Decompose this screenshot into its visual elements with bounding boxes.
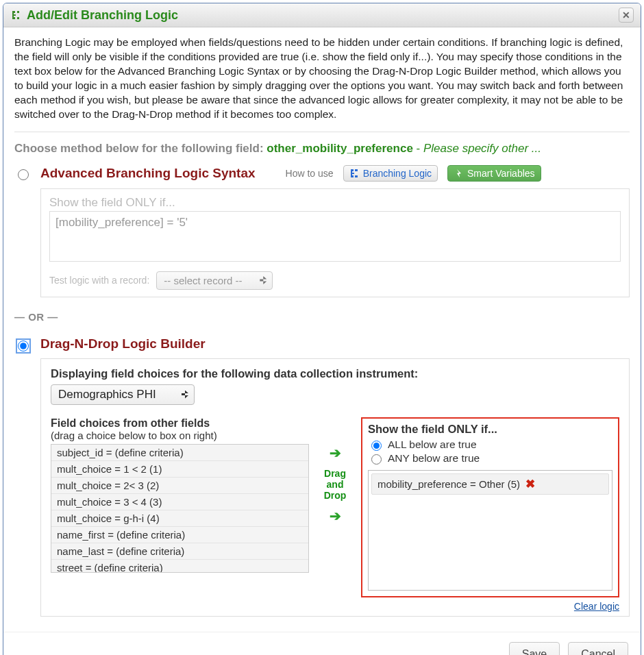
method-advanced: Advanced Branching Logic Syntax How to u… — [14, 165, 630, 297]
choice-item[interactable]: mult_choice = 1 < 2 (1) — [51, 461, 308, 478]
choose-method-line: Choose method below for the following fi… — [14, 142, 630, 156]
cancel-button[interactable]: Cancel — [568, 642, 628, 655]
choice-item[interactable]: mult_choice = g-h-i (4) — [51, 510, 308, 527]
logic-value: [mobility_preference] = '5' — [55, 216, 188, 229]
opt-any-label: ANY below are true — [388, 452, 480, 465]
remove-rule-icon[interactable]: ✖ — [525, 477, 535, 491]
smart-variables-button[interactable]: Smart Variables — [447, 165, 541, 182]
applied-rule[interactable]: mobility_preference = Other (5) ✖ — [371, 473, 609, 495]
builder-panel: Displaying field choices for the followi… — [40, 358, 630, 617]
drag-label: Drag — [316, 468, 354, 479]
test-record-select-value: -- select record -- — [164, 275, 242, 286]
advanced-header-row: Advanced Branching Logic Syntax How to u… — [40, 165, 630, 182]
branch-help-icon — [349, 169, 359, 178]
logic-textarea[interactable]: [mobility_preference] = '5' — [49, 211, 621, 262]
method-builder: Drag-N-Drop Logic Builder Displaying fie… — [14, 336, 630, 617]
choices-column: Field choices from other fields (drag a … — [51, 417, 309, 573]
test-record-select[interactable]: -- select record -- — [156, 271, 273, 290]
howto-label: How to use — [286, 168, 334, 179]
builder-display-label: Displaying field choices for the followi… — [51, 367, 619, 380]
choice-item[interactable]: name_first = (define criteria) — [51, 527, 308, 543]
logic-placeholder: Show the field ONLY if... — [49, 196, 621, 210]
arrow-right-icon: ➔ — [316, 508, 354, 524]
clear-logic-row: Clear logic — [361, 600, 619, 612]
rules-column: Show the field ONLY if... ALL below are … — [361, 417, 619, 612]
drag-indicator-column: ➔ Drag and Drop ➔ — [316, 417, 354, 524]
instrument-select[interactable]: Demographics PHI — [51, 384, 195, 405]
field-name: other_mobility_preference — [267, 142, 413, 155]
field-description: Please specify other ... — [423, 142, 541, 155]
test-logic-label: Test logic with a record: — [49, 275, 149, 286]
branching-logic-dialog: Add/Edit Branching Logic ✕ Branching Log… — [3, 3, 641, 655]
opt-all-row[interactable]: ALL below are true — [368, 438, 612, 451]
choose-prefix: Choose method below for the following fi… — [14, 142, 264, 155]
smart-variables-icon — [454, 169, 463, 178]
radio-any[interactable] — [371, 454, 382, 465]
dialog-footer: Save Cancel — [3, 632, 641, 655]
advanced-title: Advanced Branching Logic Syntax — [40, 166, 256, 181]
show-only-if-header: Show the field ONLY if... — [368, 423, 612, 436]
choice-item[interactable]: mult_choice = 3 < 4 (3) — [51, 494, 308, 510]
save-button[interactable]: Save — [509, 642, 560, 655]
opt-any-row[interactable]: ANY below are true — [368, 452, 612, 465]
test-logic-row: Test logic with a record: -- select reco… — [49, 271, 621, 290]
clear-logic-link[interactable]: Clear logic — [574, 601, 619, 612]
intro-text: Branching Logic may be employed when fie… — [14, 36, 630, 122]
builder-title: Drag-N-Drop Logic Builder — [40, 336, 630, 351]
dialog-body: Branching Logic may be employed when fie… — [3, 27, 641, 632]
radio-all[interactable] — [371, 441, 382, 451]
drag-label: Drop — [316, 490, 354, 501]
instrument-select-value: Demographics PHI — [58, 388, 156, 401]
rules-highlight: Show the field ONLY if... ALL below are … — [361, 417, 619, 597]
close-button[interactable]: ✕ — [619, 8, 634, 23]
drop-zone[interactable]: mobility_preference = Other (5) ✖ — [368, 470, 612, 591]
branching-logic-help-button[interactable]: Branching Logic — [343, 165, 438, 182]
choice-item[interactable]: name_last = (define criteria) — [51, 543, 308, 560]
choice-item[interactable]: mult_choice = 2< 3 (2) — [51, 478, 308, 494]
choices-sub: (drag a choice below to box on right) — [51, 430, 309, 441]
dialog-titlebar: Add/Edit Branching Logic ✕ — [3, 3, 641, 27]
radio-advanced[interactable] — [18, 169, 29, 180]
choice-item[interactable]: subject_id = (define criteria) — [51, 445, 308, 461]
choice-list: subject_id = (define criteria) mult_choi… — [51, 444, 309, 573]
or-separator: — OR — — [14, 311, 630, 323]
choice-item[interactable]: street = (define criteria) — [51, 560, 308, 573]
field-dash: - — [417, 142, 423, 155]
radio-builder[interactable] — [18, 341, 29, 351]
smart-variables-label: Smart Variables — [467, 168, 535, 179]
applied-rule-text: mobility_preference = Other (5) — [377, 478, 520, 490]
branch-icon — [10, 10, 21, 21]
drag-label: and — [316, 479, 354, 490]
opt-all-label: ALL below are true — [388, 438, 477, 451]
choices-header: Field choices from other fields — [51, 417, 309, 430]
builder-columns: Field choices from other fields (drag a … — [51, 417, 619, 612]
dialog-title: Add/Edit Branching Logic — [27, 8, 619, 23]
arrow-right-icon: ➔ — [316, 445, 354, 461]
close-icon: ✕ — [622, 10, 630, 20]
branching-logic-help-label: Branching Logic — [363, 168, 432, 179]
divider — [14, 132, 630, 132]
advanced-logic-panel: Show the field ONLY if... [mobility_pref… — [40, 188, 630, 297]
